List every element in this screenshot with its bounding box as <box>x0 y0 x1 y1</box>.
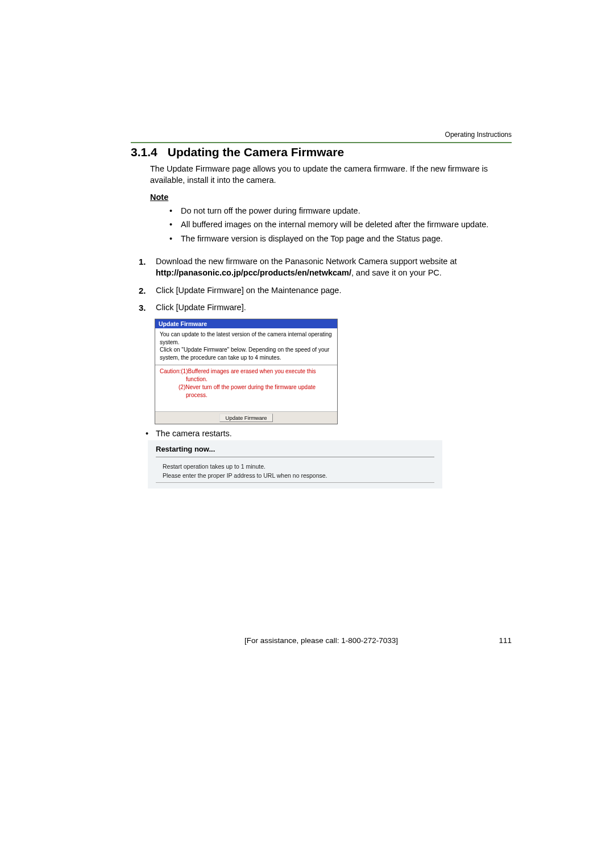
caution-line-1: Caution:(1)Buffered images are erased wh… <box>160 368 333 383</box>
step-1: 1 Download the new firmware on the Panas… <box>139 256 512 279</box>
step-3: 3 Click [Update Firmware]. <box>139 302 512 313</box>
running-header: Operating Instructions <box>131 131 512 139</box>
page-number: 111 <box>499 636 512 645</box>
panel-divider <box>155 365 337 365</box>
note-heading: Note <box>150 193 512 202</box>
step-url: http://panasonic.co.jp/pcc/products/en/n… <box>156 268 351 277</box>
header-rule <box>131 142 512 143</box>
panel-caution: Caution:(1)Buffered images are erased wh… <box>155 368 337 401</box>
step-number: 1 <box>139 256 146 268</box>
note-item: All buffered images on the internal memo… <box>150 219 512 230</box>
step-text: Click [Update Firmware]. <box>156 303 246 312</box>
step-number: 3 <box>139 302 146 314</box>
restarting-line-2: Please enter the proper IP address to UR… <box>163 472 434 479</box>
spacer <box>155 401 337 411</box>
footer-assist: [For assistance, please call: 1-800-272-… <box>244 636 398 645</box>
restarting-rule <box>156 457 434 457</box>
update-firmware-panel: Update Firmware You can update to the la… <box>155 319 338 424</box>
panel-title: Update Firmware <box>155 319 337 328</box>
restarting-rule-2 <box>156 482 434 483</box>
note-list: Do not turn off the power during firmwar… <box>150 205 512 244</box>
step-text: Download the new firmware on the Panason… <box>156 257 457 266</box>
section-title-text: Updating the Camera Firmware <box>168 145 344 158</box>
step-text: Click [Update Firmware] on the Maintenan… <box>156 286 341 295</box>
step-number: 2 <box>139 285 146 297</box>
panel-button-row: Update Firmware <box>155 411 337 424</box>
panel-body: You can update to the latest version of … <box>155 328 337 362</box>
step-text: , and save it on your PC. <box>351 268 442 277</box>
restarting-panel: Restarting now... Restart operation take… <box>148 440 442 489</box>
section-heading: 3.1.4Updating the Camera Firmware <box>131 145 512 159</box>
step-list: 1 Download the new firmware on the Panas… <box>139 256 512 313</box>
restarting-line-1: Restart operation takes up to 1 minute. <box>163 463 434 470</box>
document-page: Operating Instructions 3.1.4Updating the… <box>0 0 614 679</box>
restarting-title: Restarting now... <box>156 445 434 453</box>
section-intro: The Update Firmware page allows you to u… <box>150 164 512 186</box>
restart-bullet: The camera restarts. <box>139 429 512 438</box>
note-item: Do not turn off the power during firmwar… <box>150 205 512 216</box>
update-firmware-button[interactable]: Update Firmware <box>219 414 273 422</box>
caution-line-2: (2)Never turn off the power during the f… <box>160 383 333 399</box>
page-footer: [For assistance, please call: 1-800-272-… <box>131 636 512 645</box>
note-item: The firmware version is displayed on the… <box>150 233 512 244</box>
step-2: 2 Click [Update Firmware] on the Mainten… <box>139 285 512 296</box>
section-number: 3.1.4 <box>131 145 157 158</box>
